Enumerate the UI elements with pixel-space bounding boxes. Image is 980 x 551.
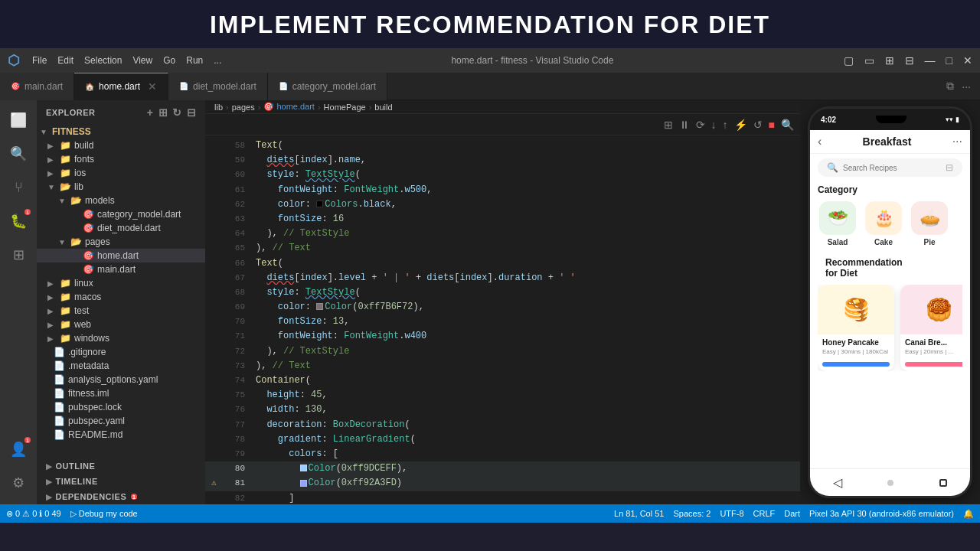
rec-card-honey-pancake[interactable]: 🥞 Honey Pancake Easy | 30mins | 180kCal [818,285,894,371]
tree-fitness-iml[interactable]: 📄 fitness.iml [37,386,205,400]
line-num-72: 72 [224,344,245,359]
tree-analysis[interactable]: 📄 analysis_options.yaml [37,373,205,386]
tree-ios[interactable]: ▶ 📁 ios [37,166,205,180]
tab-home-dart[interactable]: 🏠 home.dart ✕ [74,73,168,100]
tab-close-home[interactable]: ✕ [148,80,157,93]
toolbar-pause-icon[interactable]: ⏸ [679,119,690,131]
device[interactable]: Pixel 3a API 30 (android-x86 emulator) [809,509,954,518]
tree-web[interactable]: ▶ 📁 web [37,318,205,331]
toolbar-step-in-icon[interactable]: ↓ [711,119,717,131]
tree-pubspec-lock[interactable]: 📄 pubspec.lock [37,400,205,414]
layout-icon-3[interactable]: ⊞ [885,54,894,67]
tree-linux[interactable]: ▶ 📁 linux [37,276,205,290]
tree-gitignore[interactable]: 📄 .gitignore [37,345,205,359]
tree-home-dart[interactable]: ▶ 🎯 home.dart [37,249,205,262]
tree-lib[interactable]: ▼ 📂 lib [37,180,205,194]
feedback-icon[interactable]: 🔔 [963,509,974,519]
split-editor-icon[interactable]: ⧉ [946,80,954,93]
category-item-cake[interactable]: 🎂 Cake [864,201,903,246]
activity-scm-icon[interactable]: ⑂ [3,172,34,203]
tree-diet-model[interactable]: ▶ 🎯 diet_model.dart [37,221,205,235]
view-button-honey[interactable] [822,362,890,367]
category-item-pie[interactable]: 🥧 Pie [910,201,949,246]
debug-label[interactable]: ▷ Debug my code [70,509,138,519]
nav-home-button[interactable] [887,480,893,486]
more-tabs-icon[interactable]: ··· [962,80,971,93]
tab-main-dart[interactable]: 🎯 main.dart [0,73,74,100]
tree-readme[interactable]: 📄 README.md [37,428,205,442]
menu-go[interactable]: Go [163,55,175,66]
tree-fonts[interactable]: ▶ 📁 fonts [37,152,205,166]
tree-build[interactable]: ▶ 📁 build [37,139,205,152]
tree-pubspec-yaml[interactable]: 📄 pubspec.yaml [37,414,205,428]
activity-debug-icon[interactable]: 🐛 1 [3,206,34,236]
activity-extensions-icon[interactable]: ⊞ [3,240,34,270]
spaces[interactable]: Spaces: 2 [673,509,710,518]
line-ending[interactable]: CRLF [753,509,776,518]
maximize-icon[interactable]: □ [946,54,952,67]
code-content-79: colors: [ [256,447,794,461]
minimize-icon[interactable]: — [925,54,936,67]
back-button[interactable]: ‹ [818,135,822,148]
tree-metadata[interactable]: 📄 .metadata [37,359,205,373]
tree-macos[interactable]: ▶ 📁 macos [37,290,205,304]
section-outline[interactable]: ▶ OUTLINE [37,458,205,474]
layout-icon-4[interactable]: ⊟ [905,54,914,67]
tab-category-model[interactable]: 📄 category_model.dart [268,73,387,100]
activity-settings-icon[interactable]: ⚙ [3,468,34,498]
category-item-salad[interactable]: 🥗 Salad [818,201,858,246]
file-icon-analysis: 📄 [54,374,65,385]
rec-card-canai[interactable]: 🥮 Canai Bre... Easy | 20mins | ... [900,285,962,371]
menu-selection[interactable]: Selection [84,55,122,66]
toolbar-hot-reload-icon[interactable]: ⚡ [734,119,747,131]
menu-edit[interactable]: Edit [57,55,74,66]
section-timeline[interactable]: ▶ TIMELINE [37,474,205,489]
tree-test[interactable]: ▶ 📁 test [37,304,205,318]
language[interactable]: Dart [784,509,800,518]
menu-more[interactable]: ... [214,55,221,66]
line-col[interactable]: Ln 81, Col 51 [614,509,664,518]
tab-diet-model[interactable]: 📄 diet_model.dart [168,73,268,100]
status-errors[interactable]: ⊗ 0 ⚠ 0 ℹ 0 49 [6,509,61,519]
phone-filter-icon[interactable]: ⊟ [946,162,953,173]
refresh-icon[interactable]: ↻ [172,106,182,119]
toolbar-step-over-icon[interactable]: ⟳ [696,119,705,131]
toolbar-stop-icon[interactable]: ■ [769,119,775,131]
more-menu-button[interactable]: ··· [952,135,962,148]
menu-view[interactable]: View [132,55,152,66]
activity-accounts-icon[interactable]: 👤 1 [3,434,34,465]
code-line-72: 72 ), // TextStyle [205,344,800,359]
toolbar-split-icon[interactable]: ⊞ [664,119,673,131]
activity-explorer-icon[interactable]: ⬜ [3,105,34,135]
encoding[interactable]: UTF-8 [720,509,743,518]
tree-models[interactable]: ▼ 📂 models [37,194,205,207]
toolbar-step-out-icon[interactable]: ↑ [723,119,728,131]
new-folder-icon[interactable]: ⊞ [158,106,168,119]
close-icon[interactable]: ✕ [963,54,972,67]
tree-windows[interactable]: ▶ 📁 windows [37,331,205,345]
phone-search-bar[interactable]: 🔍 ⊟ [818,158,962,177]
nav-recents-button[interactable] [939,479,947,487]
nav-back-button[interactable]: ◁ [833,475,842,490]
tree-main-dart[interactable]: ▶ 🎯 main.dart [37,262,205,276]
tree-category-model[interactable]: ▶ 🎯 category_model.dart [37,207,205,221]
toolbar-search-icon[interactable]: 🔍 [781,119,794,131]
toolbar-restart-icon[interactable]: ↺ [753,119,763,131]
layout-icon-2[interactable]: ▭ [864,54,874,67]
menu-file[interactable]: File [32,55,47,66]
phone-search-input[interactable] [843,164,941,172]
line-num-76: 76 [224,403,245,417]
layout-icon-1[interactable]: ▢ [844,54,854,67]
error-count-2: 49 [51,509,60,518]
menu-run[interactable]: Run [186,55,203,66]
collapse-all-icon[interactable]: ⊟ [187,106,197,119]
view-button-canai[interactable] [905,362,962,367]
tree-root-fitness[interactable]: ▼ FITNESS [37,125,205,139]
activity-search-icon[interactable]: 🔍 [3,139,34,169]
tree-pages[interactable]: ▼ 📂 pages [37,235,205,249]
tree-arrow-lib: ▼ [47,183,57,191]
error-count: 0 [15,509,20,518]
code-editor[interactable]: 58 Text( 59 diets[index].name, 60 style:… [205,135,800,504]
new-file-icon[interactable]: + [147,106,154,119]
section-dependencies[interactable]: ▶ DEPENDENCIES 1 [37,489,205,504]
